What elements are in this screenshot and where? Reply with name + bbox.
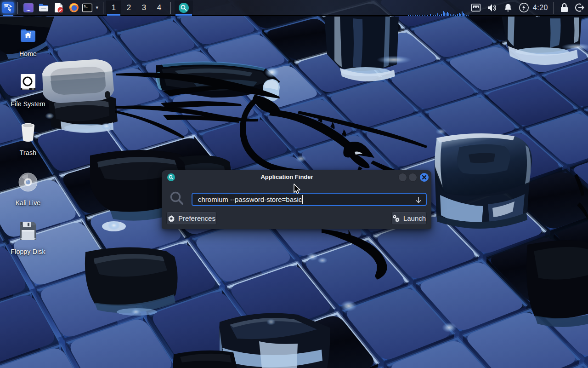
svg-text:$_: $_ xyxy=(84,5,88,8)
